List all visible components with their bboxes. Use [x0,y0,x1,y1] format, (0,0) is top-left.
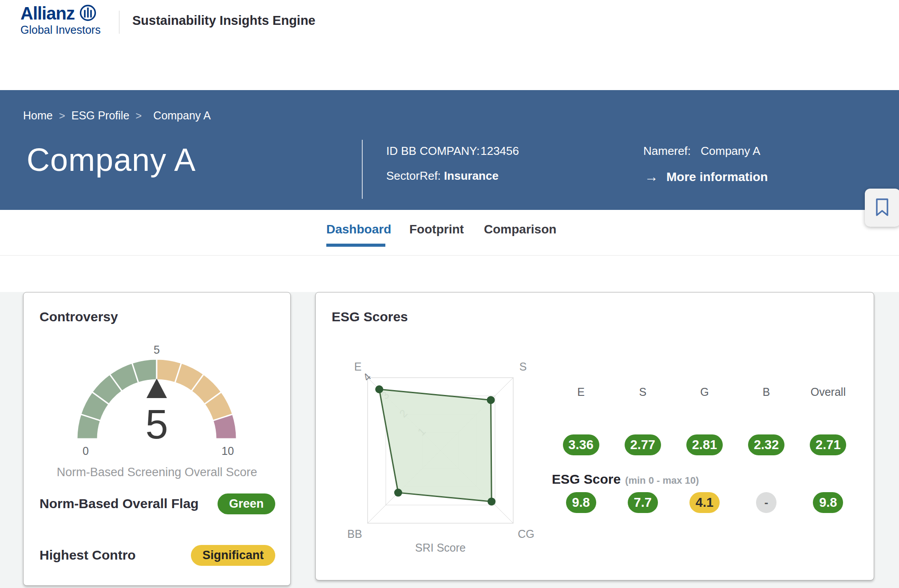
score-pill: 2.81 [686,434,723,455]
company-hero-banner: Home > ESG Profile > Company A Company A… [0,90,899,210]
controversy-gauge-chart: 05105 [59,337,254,470]
controversy-card: Controversy 05105 Norm-Based Screening O… [23,292,291,586]
score-pill: 9.8 [813,492,843,513]
score-pill: 2.32 [748,434,784,455]
tab-dashboard[interactable]: Dashboard [326,222,391,237]
chevron-right-icon: > [135,110,142,122]
brand-name: Allianz [20,4,75,24]
column-header-b: B [736,386,797,399]
esg-scores-card: ESG Scores 1234ESCGBBSRI Score E S G B O… [315,292,874,580]
field-label: SectorRef: [386,169,441,183]
column-header-e: E [550,386,612,399]
field-label: Nameref: [643,144,697,158]
esg-card-title: ESG Scores [332,309,408,324]
esg-score-row: 9.8 7.7 4.1 - 9.8 [550,492,859,513]
score-column-headers: E S G B Overall [550,386,859,399]
svg-text:5: 5 [145,402,168,447]
bookmark-button[interactable] [865,189,899,227]
score-pill: 7.7 [628,492,658,513]
field-sector-ref: SectorRef: Insurance [386,169,499,183]
more-information-label: More information [666,170,768,184]
score-pill: - [756,492,776,513]
esg-score-row-label: ESG Score(min 0 - max 10) [552,472,699,487]
svg-text:5: 5 [154,343,160,356]
active-tab-underline [326,244,385,247]
bookmark-icon [875,197,890,217]
svg-text:0: 0 [83,445,89,457]
field-value: Company A [701,144,760,158]
field-label: ID BB COMPANY: [386,144,477,158]
more-information-link[interactable]: → More information [645,169,768,185]
arrow-right-icon: → [645,169,658,185]
score-pill: 3.36 [563,434,599,455]
app-title: Sustainability Insights Engine [132,13,316,28]
brand-subtitle: Global Investors [20,24,101,36]
field-value: Insurance [444,169,499,182]
breadcrumb-esg-profile[interactable]: ESG Profile [71,109,130,122]
chevron-right-icon: > [59,110,65,122]
score-pill: 9.8 [566,492,596,513]
main-nav: Home ESG Profile Exclusions [0,43,899,90]
row-label: ESG Score [552,472,621,486]
allianz-mark-icon [79,4,97,24]
score-pill: 2.71 [810,434,846,455]
tabs-divider [0,255,899,256]
breadcrumb-current: Company A [153,109,210,122]
profile-tabs: Dashboard Footprint Comparison [0,210,899,255]
row-range: (min 0 - max 10) [625,475,699,486]
svg-text:E: E [354,360,362,373]
score-pill: 4.1 [689,492,720,513]
header-divider [119,11,119,34]
field-value: 123456 [480,144,519,158]
page-title: Company A [27,142,196,178]
svg-text:CG: CG [518,528,535,540]
score-pill: 2.77 [625,434,661,455]
svg-text:S: S [519,360,527,373]
breadcrumb-home[interactable]: Home [23,109,53,122]
app-header: Allianz Global Investors Sustainability … [0,0,899,43]
field-nameref: Nameref: Company A [643,144,760,158]
controversy-card-title: Controversy [40,309,118,324]
breadcrumb: Home > ESG Profile > Company A [23,109,211,122]
status-badge-green: Green [218,493,275,514]
svg-text:10: 10 [222,445,234,457]
flag-label: Norm-Based Overall Flag [40,496,198,511]
svg-text:BB: BB [347,528,362,540]
highest-contro-row: Highest Contro Significant [40,544,275,566]
norm-based-flag-row: Norm-Based Overall Flag Green [40,493,275,515]
column-header-s: S [612,386,673,399]
gauge-caption: Norm-Based Screening Overall Score [24,466,290,479]
tab-footprint[interactable]: Footprint [409,222,464,237]
flag-label: Highest Contro [40,548,136,563]
sri-score-row: 3.36 2.77 2.81 2.32 2.71 [550,434,859,455]
column-header-overall: Overall [797,386,859,399]
column-header-g: G [673,386,735,399]
status-badge-significant: Significant [191,545,275,566]
allianz-logo: Allianz Global Investors [20,4,101,36]
sri-radar-chart: 1234ESCGBBSRI Score [341,351,540,560]
field-id-bb-company: ID BB COMPANY: 123456 [386,144,519,158]
hero-divider [362,140,363,199]
tab-comparison[interactable]: Comparison [484,222,556,237]
esg-profile-page: Allianz Global Investors Sustainability … [0,0,899,588]
svg-text:SRI Score: SRI Score [415,541,466,554]
